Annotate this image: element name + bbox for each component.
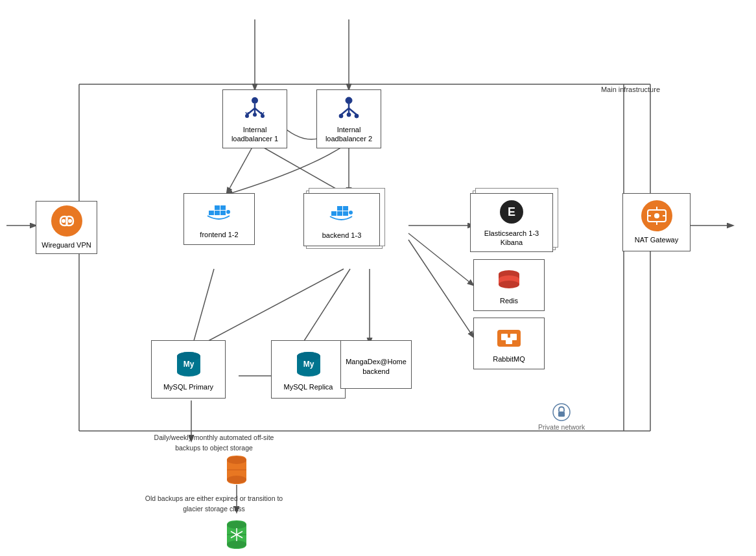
svg-point-80	[654, 213, 659, 218]
svg-rect-47	[215, 205, 220, 210]
svg-line-3	[255, 143, 344, 193]
frontend-label: frontend 1-2	[200, 230, 238, 239]
svg-rect-48	[220, 205, 226, 210]
elasticsearch-label: Elasticsearch 1-3 Kibana	[484, 229, 539, 248]
svg-line-6	[408, 233, 473, 285]
svg-rect-44	[209, 211, 214, 215]
lb1-node: Internal loadbalancer 1	[222, 89, 287, 148]
svg-point-86	[227, 521, 246, 529]
svg-point-74	[297, 367, 320, 376]
backup-annotation-2: Old backups are either expired or transi…	[143, 494, 285, 515]
elasticsearch-node: E Elasticsearch 1-3 Kibana	[470, 193, 554, 252]
svg-point-42	[62, 219, 65, 223]
wireguard-node: Wireguard VPN	[36, 201, 97, 254]
mysql-replica-node: My MySQL Replica	[271, 340, 346, 399]
svg-rect-66	[506, 338, 512, 344]
svg-point-35	[346, 97, 352, 104]
rabbitmq-label: RabbitMQ	[493, 354, 525, 364]
private-network-label: Private network	[538, 403, 585, 431]
frontend-node: frontend 1-2	[183, 193, 255, 245]
mysql-primary-label: MySQL Primary	[163, 382, 213, 391]
svg-rect-54	[343, 206, 348, 211]
backup-glacier-node	[217, 518, 256, 554]
svg-rect-45	[215, 211, 220, 215]
svg-point-34	[253, 113, 257, 117]
nat-label: NAT Gateway	[635, 235, 678, 244]
svg-point-39	[339, 114, 343, 118]
wireguard-label: Wireguard VPN	[41, 240, 91, 249]
svg-point-69	[177, 367, 200, 376]
connection-lines	[0, 0, 756, 556]
backup-s3-node	[217, 454, 256, 489]
redis-label: Redis	[500, 296, 518, 305]
mysql-replica-label: MySQL Replica	[283, 382, 333, 391]
svg-point-62	[499, 281, 519, 288]
svg-rect-51	[337, 211, 342, 216]
backup-annotation-1: Daily/weekly/monthly automated off-site …	[149, 433, 279, 454]
nat-gateway-node: NAT Gateway	[622, 193, 691, 251]
svg-point-43	[68, 219, 72, 223]
svg-point-55	[349, 211, 353, 214]
svg-text:My: My	[303, 360, 314, 369]
svg-point-28	[252, 97, 258, 104]
svg-rect-52	[343, 211, 348, 216]
redis-node: Redis	[473, 259, 545, 311]
lb2-node: Internal loadbalancer 2	[316, 89, 381, 148]
mysql-primary-node: My MySQL Primary	[151, 340, 226, 399]
rabbitmq-node: RabbitMQ	[473, 318, 545, 369]
svg-point-40	[355, 114, 359, 118]
lb2-label: Internal loadbalancer 2	[325, 125, 372, 144]
infrastructure-diagram: Main infrastructure	[0, 0, 756, 556]
svg-point-83	[227, 456, 246, 464]
svg-point-41	[347, 113, 351, 117]
svg-text:E: E	[508, 205, 515, 218]
svg-line-9	[191, 269, 214, 350]
lb1-label: Internal loadbalancer 1	[231, 125, 278, 144]
svg-line-2	[227, 143, 255, 193]
svg-point-49	[226, 210, 230, 214]
svg-rect-50	[331, 211, 337, 216]
svg-text:My: My	[183, 360, 194, 369]
mangadex-node: MangaDex@Home backend	[340, 340, 412, 389]
backend-label: backend 1-3	[322, 231, 362, 240]
backend-node: backend 1-3	[303, 193, 381, 246]
svg-line-7	[408, 240, 473, 337]
svg-rect-93	[558, 411, 565, 417]
main-infra-label: Main infrastructure	[601, 86, 660, 93]
svg-point-87	[227, 540, 246, 548]
svg-rect-53	[337, 206, 342, 211]
mangadex-label: MangaDex@Home backend	[346, 357, 407, 376]
svg-line-8	[191, 269, 344, 350]
svg-point-84	[227, 476, 246, 483]
svg-rect-46	[220, 211, 226, 215]
svg-line-10	[298, 269, 350, 350]
